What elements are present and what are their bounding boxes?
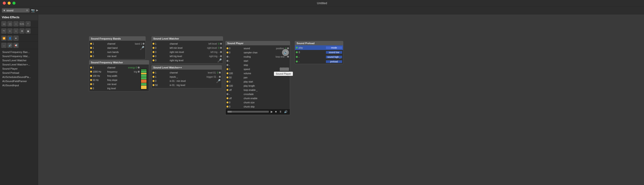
dot-right[interactable] <box>142 43 144 45</box>
preload-row-soundhigh[interactable]: - sound high _ <box>295 54 343 59</box>
dot-right[interactable] <box>287 56 289 58</box>
dot-left[interactable] <box>90 88 92 89</box>
dot-right[interactable] <box>138 71 140 72</box>
dot-right[interactable] <box>219 76 221 78</box>
dot-left[interactable] <box>226 60 228 62</box>
search-input[interactable] <box>6 9 25 12</box>
rect-icon[interactable]: ▭ <box>2 21 6 26</box>
dot-right[interactable] <box>220 47 222 49</box>
volume-button[interactable]: 🔊 <box>284 110 288 113</box>
preload-row-soundlow[interactable]: 0 sound low <box>295 50 343 54</box>
node-row: off chunk enable <box>226 96 290 100</box>
heart-icon[interactable]: ♥ <box>14 36 18 41</box>
divide-icon[interactable]: ÷ <box>14 28 18 34</box>
dot-left[interactable] <box>226 64 228 66</box>
add-icon[interactable]: + <box>8 28 12 34</box>
row-label: 0 <box>93 55 106 58</box>
preload-row-preload[interactable]: - preload <box>295 59 343 64</box>
preload-dot[interactable] <box>296 56 298 58</box>
dot-left[interactable] <box>226 52 228 54</box>
dot-left[interactable] <box>152 80 154 82</box>
sidebar-item-sp[interactable]: Sound Player <box>0 66 38 71</box>
dot-left[interactable] <box>90 51 92 53</box>
dot-left[interactable] <box>152 55 154 57</box>
row-label-speed: speed <box>244 68 258 70</box>
dot-left[interactable] <box>152 60 154 61</box>
dot-left[interactable] <box>226 48 228 49</box>
speaker2-icon[interactable]: 📢 <box>14 43 18 48</box>
cursor-icon[interactable]: ⌵ <box>2 43 6 48</box>
sidebar-item-sfw[interactable]: Sound Frequency Wat... <box>0 54 38 58</box>
box-icon[interactable]: ▣ <box>26 28 30 34</box>
speaker-icon[interactable]: 🔊 <box>8 43 12 48</box>
dot-left[interactable] <box>90 47 92 49</box>
dot-left[interactable] <box>90 71 92 72</box>
dot-left[interactable] <box>152 76 154 78</box>
dot-right[interactable] <box>220 43 222 45</box>
dot-left[interactable] <box>90 66 92 68</box>
dot-left[interactable] <box>90 43 92 45</box>
pause-button[interactable]: ⏸ <box>278 110 282 113</box>
person-icon[interactable]: 👤 <box>8 36 12 41</box>
oval-icon[interactable]: ○ <box>14 21 18 26</box>
dot-left[interactable] <box>152 47 154 49</box>
dot-left[interactable] <box>226 68 228 70</box>
preload-row-play[interactable]: play mode <box>295 45 343 50</box>
dot-left[interactable] <box>152 72 154 74</box>
dot-left[interactable] <box>226 72 228 74</box>
glsl-icon[interactable]: GLSL <box>20 21 24 26</box>
dot-left[interactable] <box>226 102 228 103</box>
dot-left[interactable] <box>152 84 154 86</box>
preload-dot[interactable] <box>296 51 298 53</box>
close-button[interactable] <box>3 2 6 4</box>
preload-dot[interactable] <box>296 60 298 62</box>
wave-icon[interactable]: 〜 <box>2 28 6 34</box>
row-right: band 1 <box>134 42 144 45</box>
dot-right[interactable] <box>138 66 140 68</box>
dot-right[interactable] <box>219 72 221 74</box>
row-label-routing: routing <box>244 56 258 58</box>
dot-left[interactable] <box>226 97 228 99</box>
sidebar-item-slwpp[interactable]: Sound Level Watcher+... <box>0 62 38 66</box>
clear-search-button[interactable]: ✕ <box>26 9 28 12</box>
dot-left[interactable] <box>90 83 92 85</box>
dot-left[interactable] <box>226 106 228 108</box>
node-row: - routing loop end - <box>226 54 290 59</box>
dot-left[interactable] <box>226 76 228 78</box>
search-input-wrap: ▼ ✕ <box>2 8 30 12</box>
preload-dot[interactable] <box>296 47 298 48</box>
stop-button[interactable]: ■ <box>274 110 277 113</box>
sidebar-item-auscheduled[interactable]: AUScheduledSoundPla... <box>0 75 38 79</box>
sidebar-item-ausoundfield[interactable]: AUSoundFieldPanner <box>0 79 38 83</box>
sidebar-item-ausoundinput[interactable]: AUSoundInput <box>0 83 38 88</box>
dot-left[interactable] <box>152 51 154 53</box>
preload-label: 0 <box>299 51 325 54</box>
dot-left[interactable] <box>90 79 92 81</box>
play-button[interactable]: ▶ <box>270 110 273 113</box>
row-right: level 01 0 <box>207 72 221 74</box>
dot-left[interactable] <box>226 56 228 58</box>
dot-left[interactable] <box>152 43 154 45</box>
dot-left[interactable] <box>226 81 228 82</box>
gear-icon[interactable]: ⚙ <box>20 28 24 34</box>
sidebar-header: Video Effects <box>0 14 38 20</box>
transport-progress[interactable] <box>228 111 269 112</box>
dot-left[interactable] <box>90 55 92 57</box>
sidebar-item-sfb[interactable]: Sound Frequency Ban... <box>0 50 38 54</box>
dot-left[interactable] <box>226 85 228 87</box>
signal-icon[interactable]: 📶 <box>2 36 6 41</box>
sidebar-item-slw[interactable]: Sound Level Watcher <box>0 58 38 62</box>
dot-left[interactable] <box>90 75 92 77</box>
minimize-button[interactable] <box>8 2 11 4</box>
dot-right[interactable] <box>220 51 222 53</box>
dot-left[interactable] <box>226 93 228 95</box>
dot-left[interactable] <box>226 89 228 91</box>
sidebar-item-spreload[interactable]: Sound Preload <box>0 71 38 75</box>
maximize-button[interactable] <box>12 2 16 4</box>
func-icon[interactable]: f <box>26 21 30 26</box>
round-rect-icon[interactable]: ▢ <box>8 21 12 26</box>
row-label-triglv: in 01 : trig level <box>170 84 185 86</box>
camera-button[interactable]: 📷 <box>31 8 35 12</box>
dot-right[interactable] <box>220 55 222 57</box>
row-label-numbands: num bands <box>107 51 121 54</box>
